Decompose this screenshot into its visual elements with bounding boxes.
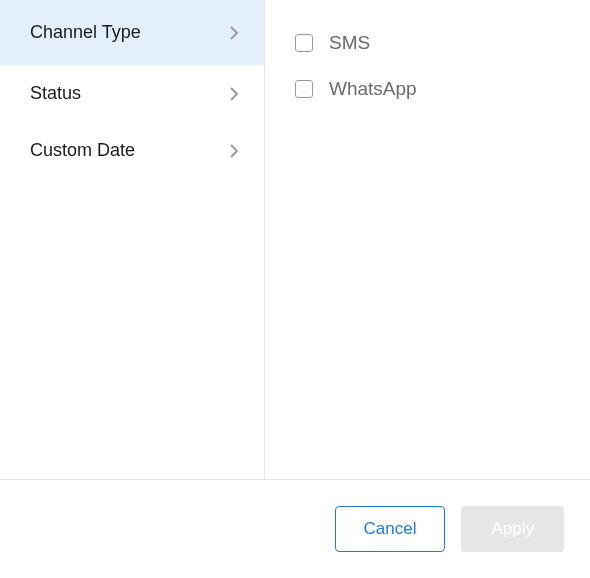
options-panel: SMS WhatsApp: [265, 0, 590, 479]
sidebar: Channel Type Status Custom Date: [0, 0, 265, 479]
chevron-right-icon: [226, 25, 242, 41]
checkbox-icon[interactable]: [295, 34, 313, 52]
chevron-right-icon: [226, 143, 242, 159]
sidebar-item-channel-type[interactable]: Channel Type: [0, 0, 264, 65]
sidebar-item-label: Custom Date: [30, 140, 135, 161]
option-sms[interactable]: SMS: [295, 20, 590, 66]
filter-panel: Channel Type Status Custom Date SMS What…: [0, 0, 590, 479]
chevron-right-icon: [226, 86, 242, 102]
sidebar-item-custom-date[interactable]: Custom Date: [0, 122, 264, 179]
footer: Cancel Apply: [0, 479, 590, 578]
option-label: WhatsApp: [329, 78, 417, 100]
checkbox-icon[interactable]: [295, 80, 313, 98]
option-whatsapp[interactable]: WhatsApp: [295, 66, 590, 112]
option-label: SMS: [329, 32, 370, 54]
sidebar-item-label: Status: [30, 83, 81, 104]
apply-button: Apply: [461, 506, 564, 552]
cancel-button[interactable]: Cancel: [335, 506, 446, 552]
sidebar-item-status[interactable]: Status: [0, 65, 264, 122]
sidebar-item-label: Channel Type: [30, 22, 141, 43]
